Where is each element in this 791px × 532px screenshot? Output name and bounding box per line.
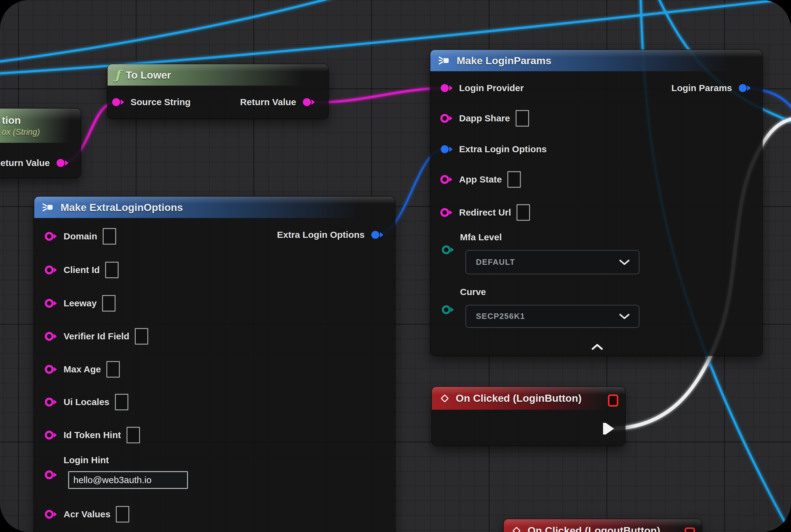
pin-row-dapp-share: Dapp Share (440, 109, 529, 128)
string-pin[interactable] (44, 396, 58, 408)
pin-row-acr-values: Acr Values (44, 505, 129, 524)
client-id-checkbox[interactable] (105, 262, 119, 278)
chevron-down-icon (619, 259, 630, 265)
pin-row-client-id: Client Id (44, 260, 119, 280)
curve-label: Curve (460, 287, 486, 297)
delegate-pin[interactable] (684, 527, 695, 532)
pin-label: Dapp Share (459, 113, 510, 124)
string-pin[interactable] (55, 157, 70, 169)
node-header: Make ExtraLoginOptions (34, 196, 395, 218)
pin-label: Return Value (240, 97, 296, 107)
pin-row-source-string: Source String (111, 92, 191, 112)
pin-row-id-token-hint: Id Token Hint (44, 425, 140, 445)
curve-dropdown[interactable]: SECP256K1 (465, 305, 639, 328)
string-pin[interactable] (440, 206, 454, 218)
id-token-hint-checkbox[interactable] (127, 427, 140, 443)
node-on-clicked-login-button[interactable]: On Clicked (LoginButton) (432, 387, 625, 445)
pin-row-return-value: Return Value (240, 92, 316, 112)
string-pin[interactable] (44, 429, 58, 441)
string-pin[interactable] (44, 230, 58, 243)
pin-label: Client Id (63, 265, 100, 275)
node-title: On Clicked (LogoutButton) (527, 525, 660, 532)
pin-row-return-value: eturn Value (0, 153, 70, 173)
app-state-checkbox[interactable] (507, 171, 521, 188)
node-to-lower[interactable]: ƒ To Lower Source String Return Value (108, 64, 328, 119)
curve-value: SECP256K1 (476, 311, 525, 321)
pin-label: Id Token Hint (63, 430, 121, 440)
event-icon (439, 393, 450, 404)
pin-row-extra-login-options-out: Extra Login Options (277, 225, 384, 245)
collapse-arrow[interactable] (591, 343, 603, 350)
make-struct-icon (42, 202, 55, 213)
ui-locales-checkbox[interactable] (115, 394, 128, 410)
pin-label: Verifier Id Field (63, 331, 129, 342)
leeway-checkbox[interactable] (102, 295, 116, 311)
pin-row-domain: Domain (44, 227, 116, 246)
pin-row-ui-locales: Ui Locales (44, 392, 128, 412)
exec-pin[interactable] (602, 422, 615, 435)
node-subtitle-fragment: ox (String) (2, 128, 40, 137)
node-header: Make LoginParams (430, 50, 762, 71)
chevron-down-icon (619, 314, 630, 320)
login-hint-label: Login Hint (63, 455, 109, 466)
struct-pin[interactable] (737, 82, 752, 94)
pin-label: Domain (63, 231, 97, 242)
string-pin[interactable] (440, 112, 454, 125)
node-title: On Clicked (LoginButton) (456, 392, 582, 404)
struct-pin[interactable] (440, 143, 454, 155)
wire-cyan-top-left[interactable] (0, 0, 341, 63)
node-header: ƒ To Lower (108, 64, 328, 86)
make-struct-icon (438, 55, 451, 66)
pin-label: Source String (131, 97, 191, 107)
string-pin[interactable] (302, 96, 316, 108)
enum-pin[interactable] (441, 244, 455, 256)
string-pin[interactable] (440, 173, 454, 186)
string-pin[interactable] (440, 82, 454, 94)
pin-label: eturn Value (0, 158, 50, 168)
verifier-id-field-checkbox[interactable] (135, 328, 148, 345)
redirect-url-checkbox[interactable] (517, 204, 530, 221)
node-title-fragment: tion (2, 114, 21, 126)
node-title: To Lower (126, 69, 171, 81)
max-age-checkbox[interactable] (107, 361, 120, 378)
node-header: On Clicked (LogoutButton) (504, 519, 702, 532)
delegate-pin[interactable] (608, 394, 618, 407)
node-title: Make LoginParams (457, 55, 552, 66)
graph-canvas[interactable]: tion ox (String) eturn Value ƒ To Lower … (0, 0, 791, 532)
pin-label: Acr Values (63, 509, 110, 519)
node-on-clicked-logout-button[interactable]: On Clicked (LogoutButton) (504, 519, 702, 532)
node-title: Make ExtraLoginOptions (60, 202, 183, 213)
pin-label: Login Params (672, 83, 732, 93)
mfa-level-label: Mfa Level (460, 232, 502, 243)
string-pin[interactable] (44, 297, 58, 309)
wire-string-tolower-to-provider[interactable] (309, 88, 444, 102)
string-pin[interactable] (111, 96, 125, 108)
node-make-login-params[interactable]: Make LoginParams Login Provider Login Pa… (430, 50, 762, 356)
mfa-level-value: DEFAULT (476, 258, 515, 267)
string-pin[interactable] (44, 469, 58, 481)
node-truncated-function[interactable]: tion ox (String) eturn Value (0, 109, 81, 178)
string-pin[interactable] (44, 363, 58, 376)
acr-values-checkbox[interactable] (116, 506, 129, 522)
struct-pin[interactable] (370, 229, 384, 241)
pin-label: Login Provider (459, 83, 524, 93)
node-make-extra-login-options[interactable]: Make ExtraLoginOptions Extra Login Optio… (34, 196, 395, 532)
node-header: tion ox (String) (0, 109, 81, 143)
pin-row-leeway: Leeway (44, 293, 116, 313)
event-icon (511, 525, 522, 532)
pin-row-verifier-id-field: Verifier Id Field (44, 326, 148, 346)
pin-label: Extra Login Options (277, 230, 365, 240)
domain-checkbox[interactable] (103, 228, 116, 245)
enum-pin[interactable] (441, 304, 455, 316)
login-hint-input[interactable] (68, 471, 188, 489)
string-pin[interactable] (44, 508, 58, 520)
pin-label: Extra Login Options (459, 144, 547, 154)
pin-row-login-provider: Login Provider (440, 78, 524, 98)
pin-row-login-params-out: Login Params (672, 78, 752, 98)
pin-label: Ui Locales (63, 397, 110, 407)
string-pin[interactable] (44, 330, 58, 342)
pin-label: Leeway (63, 298, 97, 308)
string-pin[interactable] (44, 264, 58, 276)
mfa-level-dropdown[interactable]: DEFAULT (465, 250, 639, 274)
dapp-share-checkbox[interactable] (516, 110, 529, 127)
